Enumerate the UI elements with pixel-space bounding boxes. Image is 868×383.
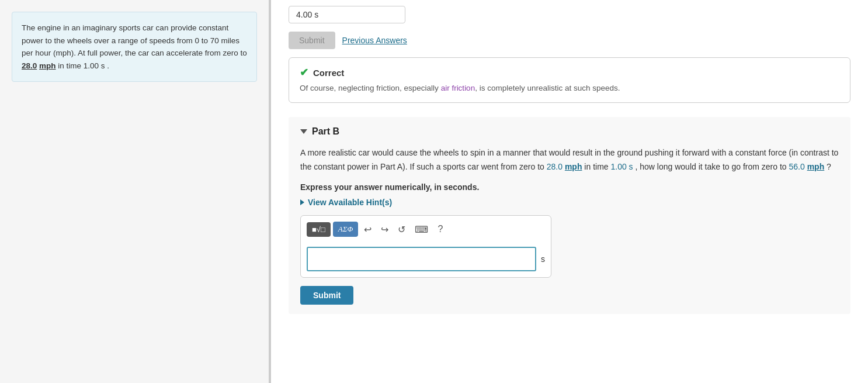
correct-label: Correct [313, 68, 344, 78]
problem-description: The engine in an imaginary sports car ca… [12, 12, 257, 82]
math-input-container: ■√□ ΑΣΦ ↩ ↪ ↺ ⌨ ? s [300, 215, 551, 278]
part-b-section: Part B A more realistic car would cause … [289, 117, 850, 314]
undo-button[interactable]: ↩ [360, 222, 375, 237]
correct-box: ✔ Correct Of course, neglecting friction… [289, 57, 850, 103]
redo-button[interactable]: ↪ [377, 222, 392, 237]
math-toolbar: ■√□ ΑΣΦ ↩ ↪ ↺ ⌨ ? [307, 222, 545, 241]
correct-message: Of course, neglecting friction, especial… [300, 82, 839, 94]
answer-input-row: 4.00 s [289, 6, 850, 23]
submit-button[interactable]: Submit [300, 286, 353, 305]
chevron-right-icon [300, 199, 304, 205]
right-panel: 4.00 s Submit Previous Answers ✔ Correct… [271, 0, 868, 383]
answer-display-box: 4.00 s [289, 6, 405, 23]
part-a-section: 4.00 s Submit Previous Answers ✔ Correct… [289, 6, 850, 103]
part-b-header: Part B [300, 126, 839, 137]
view-hints-label: View Available Hint(s) [308, 198, 392, 207]
answer-input[interactable] [307, 247, 536, 271]
left-panel: The engine in an imaginary sports car ca… [0, 0, 269, 383]
formula-button[interactable]: ■√□ [307, 222, 331, 237]
unit-label: s [541, 254, 545, 264]
check-icon: ✔ [300, 66, 308, 79]
submit-button-disabled: Submit [289, 32, 335, 49]
previous-answers-link[interactable]: Previous Answers [342, 36, 407, 45]
correct-header: ✔ Correct [300, 66, 839, 79]
express-instruction: Express your answer numerically, in seco… [300, 182, 839, 192]
help-button[interactable]: ? [434, 222, 446, 237]
part-b-label: Part B [312, 126, 339, 137]
reset-button[interactable]: ↺ [394, 222, 409, 237]
math-answer-row: s [307, 247, 545, 271]
greek-button[interactable]: ΑΣΦ [333, 222, 359, 237]
keyboard-button[interactable]: ⌨ [411, 222, 432, 237]
chevron-down-icon[interactable] [300, 129, 307, 134]
part-b-question: A more realistic car would cause the whe… [300, 146, 839, 174]
view-hints-link[interactable]: View Available Hint(s) [300, 198, 839, 207]
problem-text: The engine in an imaginary sports car ca… [22, 23, 247, 70]
